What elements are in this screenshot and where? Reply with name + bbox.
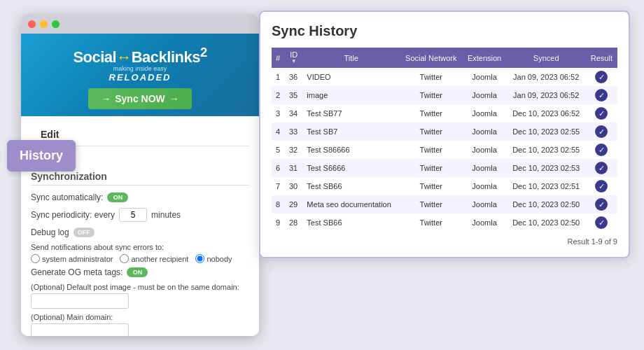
radio-another-label: another recipient: [131, 255, 188, 263]
cell-title: Test SB77: [302, 104, 400, 122]
cell-id: 33: [285, 122, 302, 141]
col-result: Result: [586, 48, 617, 68]
col-ext: Extension: [462, 48, 506, 68]
og-tags-toggle[interactable]: ON: [127, 267, 148, 277]
cell-num: 5: [272, 141, 285, 159]
cell-num: 1: [272, 68, 285, 86]
post-image-input[interactable]: [31, 293, 129, 309]
check-icon: ✓: [595, 162, 608, 174]
cell-num: 2: [272, 86, 285, 104]
table-row: 7 30 Test SB66 Twitter Joomla Dec 10, 20…: [272, 177, 617, 195]
main-domain-input[interactable]: [31, 323, 129, 336]
plugin-window: Social↔Backlinks2 making inside easy Rel…: [21, 14, 259, 336]
cell-result: ✓: [586, 214, 617, 232]
cell-ext: Joomla: [462, 159, 506, 177]
cell-num: 8: [272, 195, 285, 214]
col-title: Title: [302, 48, 400, 68]
cell-ext: Joomla: [462, 86, 506, 104]
table-row: 4 33 Test SB7 Twitter Joomla Dec 10, 202…: [272, 122, 617, 141]
maximize-button[interactable]: [52, 20, 59, 28]
post-image-label: (Optional) Default post image - must be …: [31, 283, 249, 291]
cell-ext: Joomla: [462, 104, 506, 122]
sync-period-unit: minutes: [151, 210, 181, 220]
sync-auto-toggle[interactable]: ON: [107, 192, 128, 202]
table-row: 1 36 VIDEO Twitter Joomla Jan 09, 2023 0…: [272, 68, 617, 86]
cell-social: Twitter: [400, 86, 462, 104]
sync-history-table: # ID ▼ Title Social Network Extension Sy…: [272, 48, 617, 232]
cell-social: Twitter: [400, 122, 462, 141]
sync-arrow-left-icon: →: [101, 93, 111, 104]
cell-social: Twitter: [400, 159, 462, 177]
check-icon: ✓: [595, 89, 608, 102]
sync-now-button[interactable]: → Sync NOW →: [88, 88, 192, 109]
cell-num: 7: [272, 177, 285, 195]
cell-num: 3: [272, 104, 285, 122]
history-tab[interactable]: History: [7, 140, 76, 172]
table-row: 3 34 Test SB77 Twitter Joomla Dec 10, 20…: [272, 104, 617, 122]
cell-synced: Dec 10, 2023 02:50: [507, 195, 586, 214]
check-icon: ✓: [595, 107, 608, 120]
radio-sysadmin-label: system administrator: [42, 255, 113, 263]
sync-period-label: Sync periodicity: every: [31, 210, 115, 220]
close-button[interactable]: [28, 20, 36, 28]
cell-ext: Joomla: [462, 177, 506, 195]
cell-result: ✓: [586, 86, 617, 104]
table-row: 8 29 Meta seo documentation Twitter Joom…: [272, 195, 617, 214]
sync-period-row: Sync periodicity: every minutes: [31, 208, 249, 222]
check-icon: ✓: [595, 180, 608, 192]
cell-social: Twitter: [400, 177, 462, 195]
sync-auto-label: Sync automatically:: [31, 192, 103, 202]
cell-title: Test SB7: [302, 122, 400, 141]
notifications-radio-group: system administrator another recipient n…: [31, 254, 249, 263]
cell-title: image: [302, 86, 400, 104]
radio-sysadmin[interactable]: system administrator: [31, 254, 113, 263]
table-row: 9 28 Test SB66 Twitter Joomla Dec 10, 20…: [272, 214, 617, 232]
cell-ext: Joomla: [462, 195, 506, 214]
radio-nobody-label: nobody: [206, 255, 232, 263]
check-icon: ✓: [595, 71, 608, 83]
debug-log-toggle[interactable]: OFF: [74, 227, 94, 237]
check-icon: ✓: [595, 144, 608, 156]
sync-now-label: Sync NOW: [115, 93, 165, 104]
radio-another[interactable]: another recipient: [120, 254, 188, 263]
cell-synced: Dec 10, 2023 02:55: [507, 122, 586, 141]
history-tab-label: History: [20, 148, 63, 162]
og-tags-row: Generate OG meta tags: ON: [31, 267, 249, 277]
check-icon: ✓: [595, 198, 608, 211]
cell-title: Test SB66: [302, 177, 400, 195]
cell-social: Twitter: [400, 141, 462, 159]
brand-subtitle: making inside easy: [28, 65, 252, 72]
main-domain-label: (Optional) Main domain:: [31, 313, 249, 321]
cell-id: 28: [285, 214, 302, 232]
cell-result: ✓: [586, 68, 617, 86]
minimize-button[interactable]: [40, 20, 48, 28]
cell-result: ✓: [586, 159, 617, 177]
check-icon: ✓: [595, 125, 608, 138]
cell-synced: Dec 10, 2023 02:53: [507, 159, 586, 177]
cell-num: 4: [272, 122, 285, 141]
sync-section-title: Synchronization: [31, 171, 249, 186]
debug-log-row: Debug log OFF: [31, 227, 249, 237]
cell-synced: Dec 10, 2023 02:51: [507, 177, 586, 195]
cell-ext: Joomla: [462, 68, 506, 86]
cell-num: 9: [272, 214, 285, 232]
cell-title: VIDEO: [302, 68, 400, 86]
table-row: 2 35 image Twitter Joomla Jan 09, 2023 0…: [272, 86, 617, 104]
table-row: 6 31 Test S6666 Twitter Joomla Dec 10, 2…: [272, 159, 617, 177]
cell-social: Twitter: [400, 195, 462, 214]
cell-synced: Jan 09, 2023 06:52: [507, 86, 586, 104]
cell-title: Meta seo documentation: [302, 195, 400, 214]
cell-title: Test SB66: [302, 214, 400, 232]
sync-period-input[interactable]: [119, 208, 147, 222]
cell-synced: Dec 10, 2023 06:52: [507, 104, 586, 122]
brand-logo: Social↔Backlinks2: [28, 45, 252, 66]
sync-history-title: Sync History: [272, 23, 617, 39]
cell-result: ✓: [586, 195, 617, 214]
sync-arrow-right-icon: →: [169, 93, 179, 104]
sync-history-card: Sync History # ID ▼ Title Social Network…: [259, 10, 630, 258]
cell-social: Twitter: [400, 68, 462, 86]
cell-title: Test S86666: [302, 141, 400, 159]
table-body: 1 36 VIDEO Twitter Joomla Jan 09, 2023 0…: [272, 68, 617, 232]
cell-id: 35: [285, 86, 302, 104]
radio-nobody[interactable]: nobody: [195, 254, 232, 263]
